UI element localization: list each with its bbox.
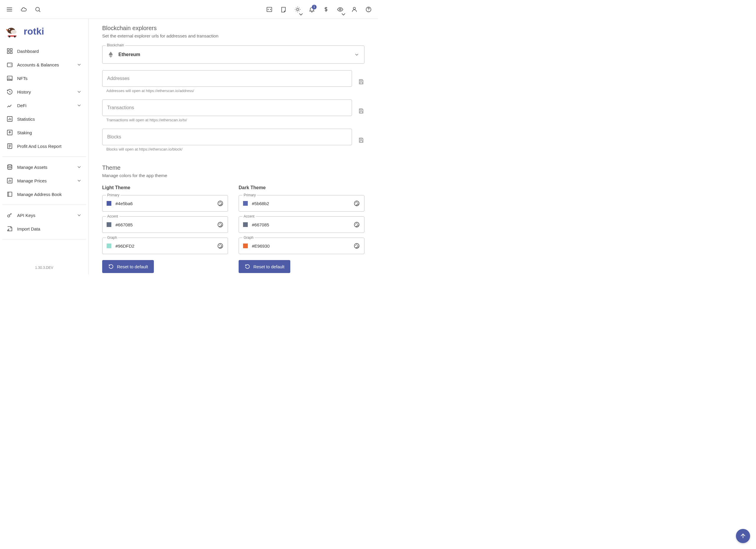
sidebar: rotki Dashboard Accounts & Balances NFTs…	[0, 19, 89, 274]
nav-item-statistics[interactable]: Statistics	[2, 112, 86, 126]
nav-item-profit-and-loss-report[interactable]: Profit And Loss Report	[2, 139, 86, 153]
top-bar: 1	[0, 0, 378, 19]
search-button[interactable]	[32, 4, 44, 15]
svg-point-29	[11, 30, 17, 34]
color-field-primary[interactable]: Primary #5b68b2	[239, 195, 364, 212]
nav-item-label: Import Data	[17, 227, 40, 232]
nav-divider	[2, 239, 86, 240]
color-field-graph[interactable]: Graph #96DFD2	[102, 238, 228, 254]
explorer-blocks-input[interactable]	[102, 129, 352, 145]
nav-item-label: History	[17, 89, 31, 95]
currency-button[interactable]	[320, 4, 332, 15]
theme-toggle-button[interactable]	[292, 4, 304, 15]
blockchain-select[interactable]: Ethereum	[102, 45, 364, 64]
dark-theme-column: Dark Theme Primary #5b68b2 Accent #66708…	[239, 185, 364, 273]
color-swatch	[107, 244, 111, 248]
nav-item-api-keys[interactable]: API Keys	[2, 209, 86, 222]
reset-dark-button[interactable]: Reset to default	[239, 260, 290, 273]
color-value: #96DFD2	[115, 244, 213, 249]
note-icon	[280, 6, 287, 13]
color-field-graph[interactable]: Graph #E96930	[239, 238, 364, 254]
nav-item-label: Manage Address Book	[17, 192, 62, 197]
user-icon	[351, 6, 358, 13]
palette-icon[interactable]	[353, 222, 360, 228]
nav-item-manage-assets[interactable]: Manage Assets	[2, 160, 86, 174]
palette-icon[interactable]	[217, 200, 224, 207]
nav-item-dashboard[interactable]: Dashboard	[2, 44, 86, 58]
menu-button[interactable]	[4, 4, 15, 15]
color-field-label: Primary	[106, 193, 120, 197]
cloud-icon	[20, 6, 27, 13]
svg-point-32	[14, 36, 16, 38]
color-swatch	[107, 222, 111, 227]
notes-button[interactable]	[278, 4, 289, 15]
color-field-label: Accent	[106, 214, 119, 219]
save-icon[interactable]	[358, 137, 364, 144]
chevron-down-icon	[76, 89, 82, 95]
explorer-field-hint: Transactions will open at https://ethers…	[106, 118, 352, 122]
palette-icon[interactable]	[217, 243, 224, 249]
nav-item-label: DeFi	[17, 103, 27, 108]
notification-badge: 1	[312, 5, 317, 9]
search-icon	[35, 6, 41, 13]
nav-item-defi[interactable]: DeFi	[2, 99, 86, 112]
dollar-icon	[323, 6, 329, 13]
notifications-button[interactable]: 1	[306, 4, 318, 15]
color-swatch	[243, 222, 248, 227]
color-swatch	[243, 244, 248, 248]
palette-icon[interactable]	[353, 243, 360, 249]
palette-icon[interactable]	[217, 222, 224, 228]
chevron-down-icon	[76, 178, 82, 183]
logo-area: rotki	[0, 19, 88, 43]
nav-icon	[6, 129, 13, 136]
dev-button[interactable]	[263, 4, 275, 15]
color-field-label: Graph	[106, 236, 118, 240]
reset-icon	[108, 264, 114, 270]
color-field-accent[interactable]: Accent #667085	[102, 216, 228, 233]
theme-subtitle: Manage colors for the app theme	[102, 173, 364, 178]
reset-light-button[interactable]: Reset to default	[102, 260, 154, 273]
account-button[interactable]	[348, 4, 360, 15]
explorer-field-hint: Blocks will open at https://etherscan.io…	[106, 147, 352, 152]
palette-icon[interactable]	[353, 200, 360, 207]
explorer-addresses-input[interactable]	[102, 70, 352, 87]
nav-item-import-data[interactable]: Import Data	[2, 222, 86, 236]
color-field-primary[interactable]: Primary #4e5ba6	[102, 195, 228, 212]
nav-item-label: Dashboard	[17, 49, 39, 54]
nav-item-manage-address-book[interactable]: Manage Address Book	[2, 188, 86, 201]
color-field-label: Primary	[242, 193, 257, 197]
nav-icon	[6, 177, 13, 184]
help-button[interactable]	[363, 4, 374, 15]
color-field-accent[interactable]: Accent #667085	[239, 216, 364, 233]
chevron-down-icon	[76, 103, 82, 108]
nav-icon	[6, 226, 13, 232]
cloud-button[interactable]	[18, 4, 30, 15]
ethereum-icon	[107, 51, 114, 58]
privacy-button[interactable]	[334, 4, 346, 15]
reset-button-label: Reset to default	[117, 264, 148, 269]
nav-icon	[6, 143, 13, 149]
reset-icon	[245, 264, 250, 270]
dark-theme-title: Dark Theme	[239, 185, 364, 190]
app-version: 1.30.3.DEV	[0, 261, 88, 274]
save-icon[interactable]	[358, 79, 364, 85]
color-value: #667085	[252, 222, 349, 227]
main-content: Blockchain explorers Set the external ex…	[89, 19, 378, 274]
nav-icon	[6, 61, 13, 68]
color-value: #667085	[115, 222, 213, 227]
app-logo-icon	[5, 24, 19, 38]
nav-item-accounts-balances[interactable]: Accounts & Balances	[2, 58, 86, 71]
nav-icon	[6, 212, 13, 219]
explorer-transactions-input[interactable]	[102, 100, 352, 116]
save-icon[interactable]	[358, 108, 364, 114]
nav-item-manage-prices[interactable]: Manage Prices	[2, 174, 86, 188]
color-field-label: Graph	[242, 236, 255, 240]
svg-point-31	[9, 36, 10, 38]
nav-divider	[2, 205, 86, 205]
nav-item-history[interactable]: History	[2, 85, 86, 99]
nav-item-nfts[interactable]: NFTs	[2, 71, 86, 85]
light-theme-title: Light Theme	[102, 185, 228, 190]
nav-item-staking[interactable]: Staking	[2, 126, 86, 139]
nav-item-label: Manage Prices	[17, 178, 47, 183]
explorers-title: Blockchain explorers	[102, 25, 364, 32]
